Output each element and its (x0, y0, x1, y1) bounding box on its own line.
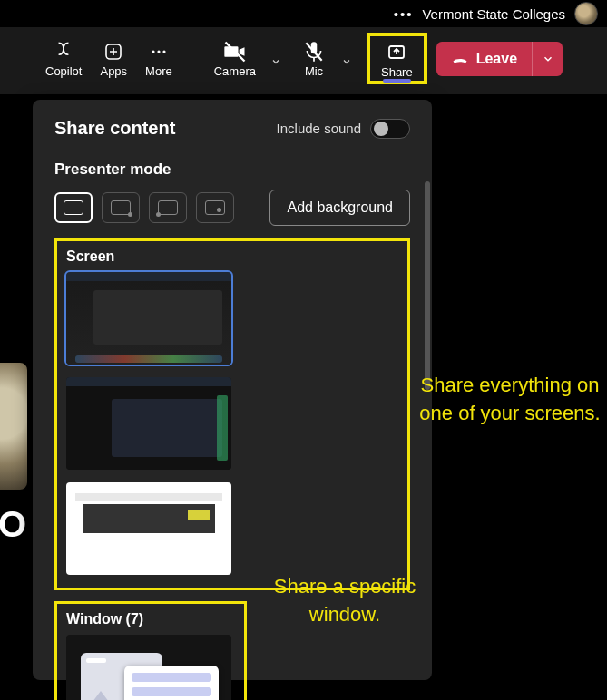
window-card-front (124, 666, 219, 700)
presenter-mode-content-only[interactable] (54, 192, 93, 223)
mode-icon-reporter (205, 200, 225, 215)
mic-button[interactable]: Mic (292, 35, 336, 82)
share-content-title: Share content (54, 118, 175, 139)
org-name: Vermont State Colleges (422, 6, 565, 22)
apps-icon (101, 39, 126, 64)
window-section-title: Window (7) (66, 611, 235, 627)
hangup-icon (451, 50, 469, 68)
rooms-icon (2, 39, 27, 64)
apps-label: Apps (100, 64, 127, 78)
panel-scrollbar[interactable] (425, 181, 430, 390)
presenter-mode-reporter[interactable] (196, 192, 234, 223)
camera-off-icon (222, 39, 248, 64)
toggle-knob (374, 122, 388, 136)
screen-section-highlight: Screen (54, 238, 410, 590)
share-label: Share (381, 65, 413, 79)
apps-button[interactable]: Apps (91, 35, 136, 82)
mic-label: Mic (305, 64, 323, 78)
window-thumbnail[interactable] (66, 635, 231, 700)
copilot-button[interactable]: Copilot (36, 35, 91, 82)
mic-chevron[interactable] (336, 51, 357, 67)
more-icon (146, 39, 171, 64)
add-background-button[interactable]: Add background (269, 190, 410, 226)
include-sound-toggle[interactable] (370, 119, 410, 139)
presenter-mode-label: Presenter mode (54, 160, 410, 179)
screen-thumbnail-3[interactable] (66, 482, 231, 575)
rooms-button[interactable]: s (2, 35, 36, 82)
leave-button[interactable]: Leave (436, 42, 532, 76)
include-sound-label: Include sound (277, 121, 361, 136)
screen-section-title: Screen (66, 248, 398, 265)
screen-thumbnail-1[interactable] (66, 272, 231, 365)
camera-button[interactable]: Camera (205, 35, 265, 82)
annotation-screens: Share everything on one of your screens. (419, 372, 601, 428)
window-section-highlight: Window (7) (54, 601, 247, 700)
more-options-ellipsis[interactable]: ••• (394, 6, 414, 22)
camera-label: Camera (214, 64, 256, 78)
more-button[interactable]: More (136, 35, 181, 82)
mode-icon-sidebyside (158, 200, 178, 215)
share-button-highlight: Share (367, 33, 427, 84)
mode-icon-standout (111, 200, 131, 215)
more-label: More (145, 64, 172, 78)
copilot-icon (51, 39, 76, 64)
screen-thumbnail-2[interactable] (66, 377, 231, 470)
share-icon (384, 40, 409, 65)
leave-chevron[interactable] (532, 42, 563, 76)
leave-label: Leave (476, 51, 517, 67)
edge-letter: O (0, 504, 26, 545)
presenter-mode-side-by-side[interactable] (149, 192, 187, 223)
presenter-mode-standout[interactable] (102, 192, 140, 223)
share-button[interactable]: Share (376, 38, 418, 81)
svg-point-1 (152, 50, 154, 53)
mode-icon-content (64, 200, 83, 215)
participant-thumbnail-clipped (0, 363, 27, 490)
svg-point-3 (162, 50, 165, 53)
svg-point-2 (157, 50, 160, 53)
mic-off-icon (301, 39, 327, 64)
user-avatar[interactable] (574, 2, 598, 25)
camera-chevron[interactable] (265, 51, 287, 67)
share-content-panel: Share content Include sound Presenter mo… (33, 100, 432, 680)
share-active-indicator (383, 79, 411, 83)
call-toolbar: s Copilot Apps More Camera (0, 27, 607, 94)
copilot-label: Copilot (45, 64, 82, 78)
